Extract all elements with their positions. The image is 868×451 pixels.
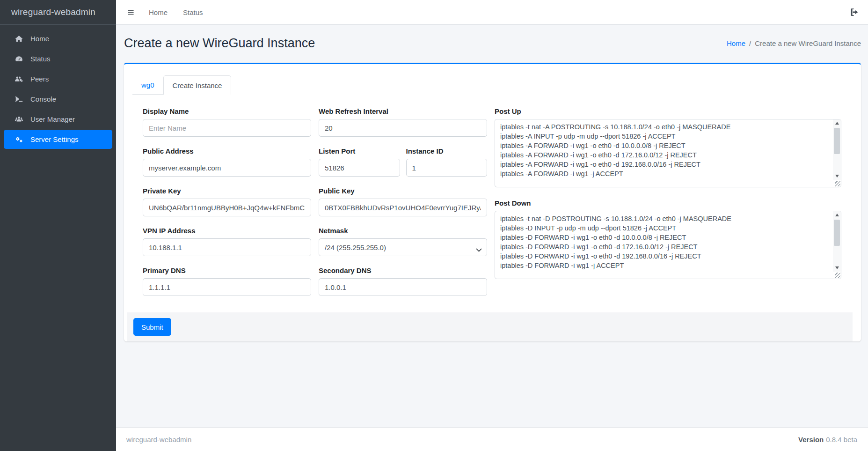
sidebar-item-label: Peers	[30, 75, 49, 83]
post-up-scrollbar[interactable]	[833, 119, 841, 180]
breadcrumb-separator: /	[749, 39, 751, 47]
sidebar-item-home[interactable]: Home	[4, 29, 112, 48]
post-up-wrap	[495, 119, 841, 187]
sign-out-icon	[849, 8, 859, 16]
sidebar-brand[interactable]: wireguard-webadmin	[0, 0, 116, 25]
netmask-label: Netmask	[319, 227, 487, 235]
content-wrapper: Create a new WireGuard Instance Home / C…	[116, 25, 868, 427]
gauge-icon	[13, 55, 24, 63]
terminal-icon	[13, 95, 24, 104]
post-down-wrap	[495, 211, 841, 279]
public-key-label: Public Key	[319, 187, 487, 195]
vpn-ip-label: VPN IP Address	[143, 227, 311, 235]
create-instance-form: Display Name Public Address Private Key	[132, 95, 853, 306]
breadcrumb-home-link[interactable]: Home	[727, 39, 745, 47]
sidebar-item-label: User Manager	[30, 115, 75, 123]
resize-grip-icon[interactable]	[835, 273, 840, 278]
instance-card: wg0 Create Instance Display Name Public	[124, 63, 861, 341]
post-down-scrollbar[interactable]	[833, 211, 841, 272]
page-footer: wireguard-webadmin Version0.8.4 beta	[116, 427, 868, 451]
instance-id-group: Instance ID	[406, 147, 488, 177]
scroll-down-icon[interactable]	[833, 172, 841, 180]
public-key-input[interactable]	[319, 199, 487, 216]
breadcrumb: Home / Create a new WireGuard Instance	[727, 39, 861, 47]
tab-wg0[interactable]: wg0	[132, 75, 163, 95]
vpn-ip-input[interactable]	[143, 238, 311, 256]
scrollbar-thumb[interactable]	[834, 220, 840, 246]
listen-port-group: Listen Port	[319, 147, 400, 177]
post-up-textarea[interactable]	[495, 119, 841, 187]
netmask-select[interactable]: /24 (255.255.255.0)	[319, 238, 487, 256]
content-header: Create a new WireGuard Instance Home / C…	[116, 25, 868, 51]
sidebar-item-label: Console	[30, 95, 56, 103]
display-name-input[interactable]	[143, 119, 311, 137]
footer-brand: wireguard-webadmin	[126, 436, 191, 444]
sidebar-item-peers[interactable]: Peers	[4, 69, 112, 89]
instance-id-label: Instance ID	[406, 147, 488, 155]
listen-port-label: Listen Port	[319, 147, 400, 155]
listen-port-input[interactable]	[319, 159, 400, 177]
version-label: Version	[798, 436, 824, 444]
scroll-up-icon[interactable]	[833, 211, 841, 219]
secondary-dns-input[interactable]	[319, 278, 487, 296]
sidebar-item-console[interactable]: Console	[4, 89, 112, 109]
web-refresh-interval-input[interactable]	[319, 119, 487, 137]
logout-button[interactable]	[849, 8, 859, 16]
main-area: Home Status Create a new WireGuard Insta…	[116, 0, 868, 451]
scroll-down-icon[interactable]	[833, 264, 841, 272]
public-address-input[interactable]	[143, 159, 311, 177]
post-up-label: Post Up	[495, 107, 841, 115]
display-name-label: Display Name	[143, 107, 311, 115]
page-title: Create a new WireGuard Instance	[124, 36, 315, 51]
navbar-link-status[interactable]: Status	[183, 8, 203, 16]
users-icon	[13, 115, 24, 124]
tab-create-instance[interactable]: Create Instance	[163, 75, 232, 95]
primary-dns-label: Primary DNS	[143, 266, 311, 274]
breadcrumb-current: Create a new WireGuard Instance	[755, 39, 861, 47]
scroll-up-icon[interactable]	[833, 119, 841, 127]
users-gear-icon	[13, 75, 24, 83]
form-footer: Submit	[127, 312, 853, 341]
sidebar-item-status[interactable]: Status	[4, 49, 112, 68]
instance-id-input[interactable]	[406, 159, 488, 177]
hamburger-icon[interactable]	[127, 9, 135, 16]
form-column-c: Post Up	[495, 107, 841, 306]
private-key-label: Private Key	[143, 187, 311, 195]
footer-version: Version0.8.4 beta	[798, 436, 857, 444]
navbar-link-home[interactable]: Home	[149, 8, 168, 16]
sidebar-item-label: Home	[30, 35, 49, 43]
sidebar-item-label: Status	[30, 55, 51, 63]
sidebar-item-user-manager[interactable]: User Manager	[4, 110, 112, 129]
submit-button[interactable]: Submit	[133, 318, 171, 336]
sidebar-item-server-settings[interactable]: Server Settings	[4, 130, 112, 149]
public-address-label: Public Address	[143, 147, 311, 155]
form-column-b: Web Refresh Interval Listen Port Instanc…	[319, 107, 487, 306]
cogs-icon	[13, 135, 24, 144]
form-column-a: Display Name Public Address Private Key	[143, 107, 311, 306]
card-body: wg0 Create Instance Display Name Public	[124, 64, 861, 306]
web-refresh-interval-label: Web Refresh Interval	[319, 107, 487, 115]
sidebar-nav: Home Status	[0, 25, 116, 154]
resize-grip-icon[interactable]	[835, 181, 840, 186]
post-down-label: Post Down	[495, 199, 841, 207]
instance-tabs: wg0 Create Instance	[132, 75, 853, 95]
top-navbar: Home Status	[116, 0, 868, 25]
scrollbar-thumb[interactable]	[834, 128, 840, 154]
post-down-textarea[interactable]	[495, 211, 841, 279]
sidebar-item-label: Server Settings	[30, 135, 79, 143]
primary-dns-input[interactable]	[143, 278, 311, 296]
secondary-dns-label: Secondary DNS	[319, 266, 487, 274]
sidebar: wireguard-webadmin Home Status	[0, 0, 116, 451]
version-value: 0.8.4 beta	[826, 436, 857, 444]
home-icon	[13, 35, 24, 43]
private-key-input[interactable]	[143, 199, 311, 216]
